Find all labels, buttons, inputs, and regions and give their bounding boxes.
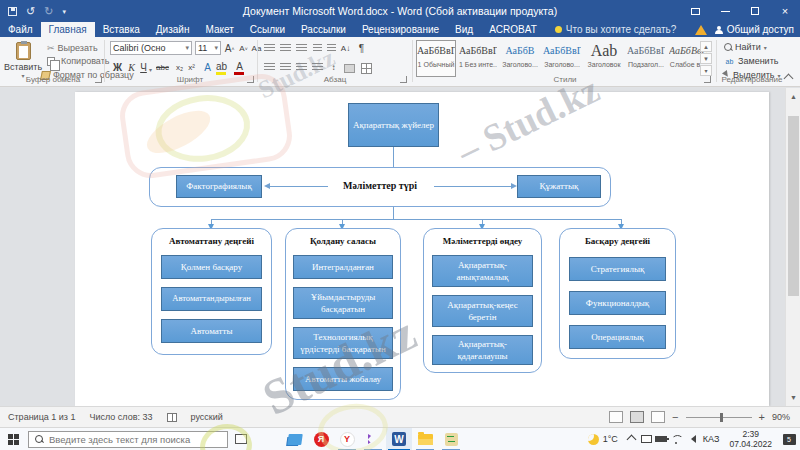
taskbar-visual-studio[interactable] [360,428,386,450]
close-button[interactable]: × [770,0,800,22]
tab-design[interactable]: Дизайн [148,22,198,37]
diagram-item[interactable]: Интегралданған [293,255,393,279]
font-color-icon[interactable]: А [234,62,245,75]
taskbar-word[interactable]: W [386,428,412,450]
borders-icon[interactable] [361,63,372,74]
diagram-item[interactable]: Функционалдық [569,291,666,315]
diagram-root-box[interactable]: Ақпараттық жүйелер [348,103,439,147]
align-right-icon[interactable] [296,63,307,72]
diagram-item[interactable]: Операциялық [569,325,666,349]
wifi-icon[interactable] [669,428,684,450]
vertical-scrollbar[interactable]: ▲ ▼ [785,88,800,406]
diagram-item[interactable]: Ақпараттық-қадағалаушы [432,335,533,365]
sort-icon[interactable]: А↓ [340,42,351,55]
superscript-icon[interactable]: x² [186,61,197,74]
undo-icon[interactable]: ↺ [26,6,35,17]
redo-icon[interactable]: ↻ [44,6,53,17]
keyboard-language[interactable]: КАЗ [703,434,720,444]
proofing-icon[interactable] [167,413,177,422]
multilevel-list-icon[interactable] [296,44,307,53]
strikethrough-icon[interactable]: abc [156,61,169,74]
taskbar-remote-app[interactable] [438,428,464,450]
diagram-item[interactable]: Ұйымдастыруды басқаратын [293,287,393,319]
justify-icon[interactable] [312,63,323,72]
line-spacing-icon[interactable]: ↕ [328,61,339,74]
diagram-item[interactable]: Автоматты [161,319,262,343]
volume-icon[interactable] [684,428,699,450]
grow-font-icon[interactable]: А˄ [224,42,235,55]
highlight-icon[interactable]: ab [216,62,227,75]
tab-review[interactable]: Рецензирование [354,22,447,37]
scroll-down-icon[interactable]: ▼ [786,391,800,404]
align-center-icon[interactable] [280,63,291,72]
shading-icon[interactable] [344,64,355,73]
tell-me-box[interactable]: Что вы хотите сделать? [545,22,677,37]
diagram-item[interactable]: Қолмен басқару [161,255,262,279]
share-button[interactable]: Общий доступ [715,24,794,35]
tab-home[interactable]: Главная [41,22,95,37]
pilcrow-icon[interactable]: ¶ [356,42,367,55]
diagram-item[interactable]: Ақпараттық-кеңес беретін [432,295,533,327]
zoom-out-icon[interactable]: − [672,411,678,423]
language-indicator[interactable]: русский [191,412,223,422]
zoom-slider[interactable] [686,417,752,418]
find-button[interactable]: Найти▾ [724,42,767,52]
styles-gallery-scroll[interactable]: ▲▼▾ [700,41,712,76]
bullets-icon[interactable] [264,44,275,53]
style-heading1[interactable]: АаБбВЗаголово... [500,40,540,77]
tab-view[interactable]: Вид [447,22,481,37]
diagram-box-kuzhattyk[interactable]: Құжаттық [517,175,601,198]
web-layout-icon[interactable] [651,411,665,423]
weather-moon-icon[interactable] [588,434,599,445]
zoom-slider-thumb[interactable] [720,413,723,422]
align-left-icon[interactable] [264,63,275,72]
style-heading2[interactable]: АаБбВвГЗаголово... [542,40,582,77]
word-count[interactable]: Число слов: 33 [89,412,152,422]
tab-insert[interactable]: Вставка [95,22,148,37]
style-normal[interactable]: АаБбВвГг1 Обычный [416,40,456,77]
clipboard-dialog-launcher[interactable] [95,76,102,83]
tab-acrobat[interactable]: ACROBAT [481,22,545,37]
tab-file[interactable]: Файл [0,22,41,37]
font-dialog-launcher[interactable] [247,76,254,83]
taskbar-search[interactable] [28,431,228,448]
zoom-in-icon[interactable]: + [759,411,765,423]
tab-mailings[interactable]: Рассылки [293,22,354,37]
diagram-item[interactable]: Автоматтандырылған [161,287,262,311]
styles-dialog-launcher[interactable] [704,76,711,83]
notification-center-button[interactable]: 5 [778,428,800,450]
underline-dropdown-icon[interactable]: ▾ [149,66,152,73]
style-title[interactable]: AabЗаголовок [584,40,624,77]
tray-expand-icon[interactable] [624,428,639,450]
bold-icon[interactable]: Ж [112,61,123,74]
ribbon-display-options-button[interactable] [680,0,710,22]
diagram-box-faktografiyalyk[interactable]: Фактографиялық [176,175,262,198]
taskbar-yandex-browser[interactable]: Y [334,428,360,450]
start-button[interactable] [0,428,26,450]
replace-button[interactable]: abЗаменить [724,56,778,66]
cut-button[interactable]: ✂Вырезать [47,43,98,53]
style-subtitle[interactable]: АаБбВвГПодзагол... [626,40,666,77]
minimize-button[interactable] [710,0,740,22]
decrease-indent-icon[interactable] [313,44,322,53]
tray-display-icon[interactable] [639,428,654,450]
taskbar-explorer[interactable] [412,428,438,450]
tab-references[interactable]: Ссылки [242,22,293,37]
read-mode-icon[interactable] [609,411,623,423]
clock[interactable]: 2:39 07.04.2022 [729,429,772,449]
font-name-combo[interactable]: Calibri (Осно▾ [110,41,192,55]
taskbar-teams[interactable] [282,428,308,450]
font-size-combo[interactable]: 11▾ [195,41,221,55]
tab-layout[interactable]: Макет [197,22,241,37]
print-layout-icon[interactable] [630,411,644,423]
battery-icon[interactable] [654,428,669,450]
save-icon[interactable] [8,7,17,16]
activation-warning-icon[interactable] [695,25,707,35]
page-indicator[interactable]: Страница 1 из 1 [8,412,75,422]
scrollbar-thumb[interactable] [788,116,799,296]
diagram-item[interactable]: Технологиялық үрдістерді басқаратын [293,327,393,359]
text-effects-icon[interactable]: А [202,61,213,74]
qat-customize-icon[interactable]: ▾ [62,8,66,15]
task-view-button[interactable] [228,428,254,450]
search-input[interactable] [49,434,219,445]
